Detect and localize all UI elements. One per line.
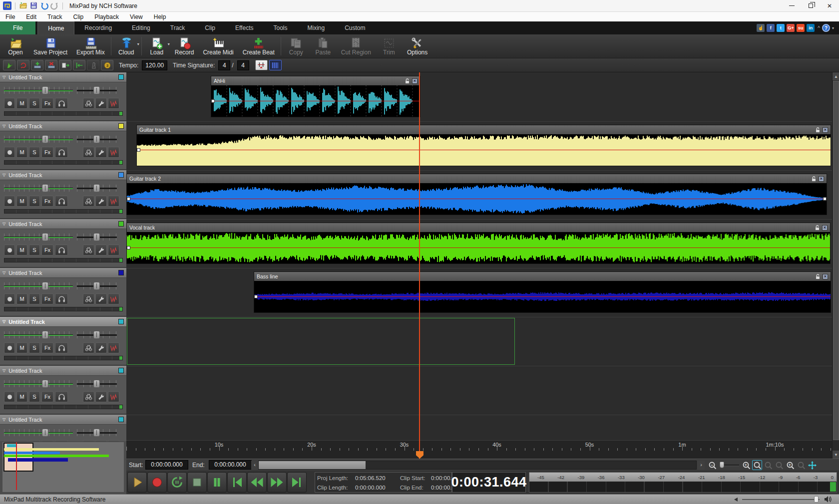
mute-button[interactable]: M [16,391,27,402]
playhead-line[interactable] [419,72,420,459]
load-button[interactable]: Load▾ [143,35,170,57]
solo-button[interactable]: S [29,293,40,304]
speaker-icon[interactable] [824,496,832,504]
track-panel-2[interactable]: ▽ Untitled Track M S Fx [0,121,126,170]
collapse-track-icon[interactable]: ▽ [2,319,5,324]
clip-waveform-body[interactable] [127,183,827,215]
clip-waveform-body[interactable] [254,281,831,312]
tab-custom[interactable]: Custom [335,21,375,34]
volume-slider[interactable] [4,234,73,241]
track-panel-4[interactable]: ▽ Untitled Track M S Fx [0,219,126,268]
mute-button[interactable]: M [16,147,27,158]
collapse-track-icon[interactable]: ▽ [2,124,5,128]
pan-slider[interactable] [77,185,117,192]
track-color-swatch[interactable] [118,417,124,422]
track-header[interactable]: ▽ Untitled Track [0,415,126,425]
minimize-button[interactable] [782,0,801,12]
redo-icon[interactable] [50,1,59,10]
googleplus-icon[interactable]: G+ [787,24,795,32]
volume-slider-handle[interactable] [42,233,48,241]
solo-button[interactable]: S [29,391,40,402]
volume-slider[interactable] [4,136,73,143]
wrench-settings-icon[interactable] [95,391,107,402]
audio-clip-ahhi[interactable]: AhHi × [211,76,420,117]
linkedin-icon[interactable]: in [807,24,815,32]
fx-button[interactable]: Fx [41,245,53,255]
close-button[interactable]: ✕ [820,0,839,12]
volume-slider[interactable] [4,87,73,94]
solo-button[interactable]: S [29,342,40,353]
skip-to-start-button[interactable] [227,472,247,493]
effects-chain-icon[interactable] [83,293,94,304]
collapse-track-icon[interactable]: ▽ [2,222,5,226]
track-panel-8[interactable]: ▽ Untitled Track M S Fx [0,415,126,441]
pan-slider-handle[interactable] [93,135,100,143]
insert-clip-button[interactable] [59,60,71,70]
track-color-swatch[interactable] [118,270,124,275]
pan-slider-handle[interactable] [93,429,100,437]
pan-slider-handle[interactable] [93,184,100,192]
clip-left-handle[interactable] [137,148,140,152]
volume-slider[interactable] [4,185,73,192]
zoom-full-icon[interactable] [807,460,817,470]
clip-header[interactable]: Guitar track 2 × [127,174,827,183]
save-project-button[interactable]: Save Project [29,35,72,57]
volume-slider-handle[interactable] [42,331,48,339]
track-panel-3[interactable]: ▽ Untitled Track M S Fx [0,170,126,219]
tab-effects[interactable]: Effects [225,21,263,34]
vertical-scrollbar[interactable]: ▲ ▼ [832,72,839,459]
tab-file[interactable]: File [0,21,35,34]
volume-slider[interactable] [4,429,73,436]
headphones-monitor-button[interactable] [55,245,68,255]
clip-header[interactable]: Vocal track × [127,223,830,232]
fx-button[interactable]: Fx [41,293,53,304]
zoom-selection-icon[interactable] [752,460,762,470]
effects-chain-icon[interactable] [83,196,94,207]
create-midi-button[interactable]: Create Midi [198,35,238,57]
volume-slider[interactable] [4,380,73,387]
lock-icon[interactable] [815,225,820,231]
wrench-settings-icon[interactable] [95,98,107,109]
arm-record-button[interactable] [4,147,15,158]
volume-slider-handle[interactable] [42,184,48,192]
delete-track-button[interactable] [45,60,57,70]
restore-button[interactable] [801,0,820,12]
menu-clip[interactable]: Clip [68,12,89,21]
menu-help[interactable]: Help [148,12,172,21]
fx-button[interactable]: Fx [41,196,53,207]
lock-icon[interactable] [816,127,820,133]
twitter-icon[interactable]: t [777,24,785,32]
facebook-icon[interactable]: f [767,24,775,32]
track-panel-6[interactable]: ▽ Untitled Track M S Fx [0,317,126,366]
pan-slider-handle[interactable] [93,282,100,290]
clip-waveform-body[interactable] [211,85,420,117]
end-time-field[interactable]: 0:00:00.000 [209,460,252,470]
solo-button[interactable]: S [29,147,40,158]
effects-chain-icon[interactable] [83,147,94,158]
collapse-track-icon[interactable]: ▽ [2,417,5,422]
headphones-monitor-button[interactable] [55,342,68,353]
clip-waveform-body[interactable] [127,232,830,263]
track-name[interactable]: Untitled Track [8,123,42,129]
pan-slider[interactable] [77,136,117,143]
pan-slider-handle[interactable] [93,380,100,388]
scroll-left-icon[interactable]: ‹ [251,461,258,470]
arm-record-button[interactable] [4,196,15,207]
waveform-automation-icon[interactable] [108,98,119,109]
menu-edit[interactable]: Edit [20,12,42,21]
track-color-swatch[interactable] [118,74,124,80]
time-signature-denominator-field[interactable]: 4 [237,60,249,70]
clip-left-handle[interactable] [254,295,258,298]
volume-slider-handle[interactable] [42,86,48,94]
beat-marker-button[interactable] [255,60,268,70]
like-icon[interactable]: ☝ [757,24,765,32]
close-clip-icon[interactable]: × [822,225,828,231]
select-tool-button[interactable] [3,60,15,70]
help-dropdown-icon[interactable]: ▾ [832,26,834,30]
track-name[interactable]: Untitled Track [8,221,42,227]
audio-clip-bass-line[interactable]: Bass line × [254,271,831,313]
pan-slider-handle[interactable] [93,331,100,339]
headphones-monitor-button[interactable] [55,98,68,109]
pan-slider[interactable] [77,380,117,387]
return-to-start-button[interactable] [73,60,85,70]
